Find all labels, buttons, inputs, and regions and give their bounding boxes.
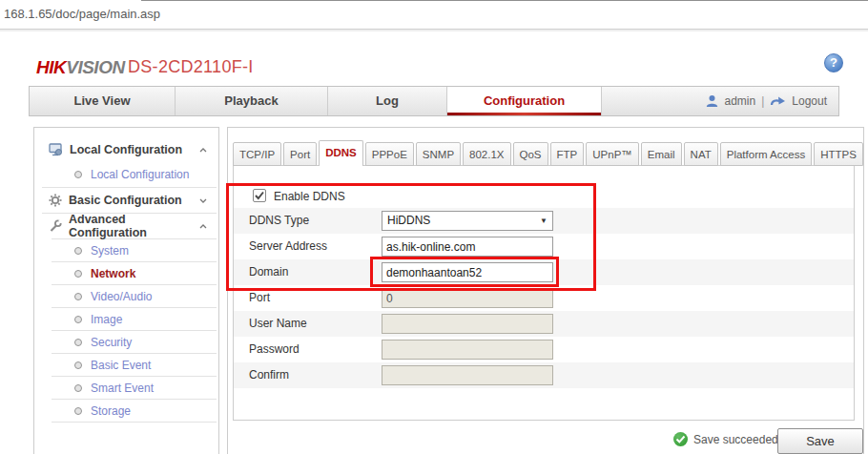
port-input [382,288,553,308]
logged-in-user: admin [724,94,755,108]
select-arrow-icon: ▼ [540,212,548,231]
field-label: Domain [249,259,288,285]
tab-port[interactable]: Port [283,142,317,166]
network-tab-strip: TCP/IPPortDDNSPPPoESNMP802.1XQoSFTPUPnP™… [233,140,865,166]
sidebar-item-video-audio[interactable]: Video/Audio [34,285,218,307]
tab-email[interactable]: Email [641,142,682,166]
user-name-input [382,314,553,334]
sidebar-group-basic-configuration[interactable]: Basic Configuration [34,188,218,213]
field-label: User Name [249,311,307,337]
checkmark-icon [254,190,265,201]
bullet-icon [74,293,82,300]
form-row-password: Password [234,337,854,362]
basic-configuration-icon [49,194,62,207]
sidebar-item-label: Security [91,336,132,349]
bullet-icon [74,339,82,346]
ddns-type-select[interactable]: HiDDNS ▼ [382,211,553,231]
sidebar-item-storage[interactable]: Storage [34,400,218,422]
sidebar: Local Configuration Local Configuration … [33,127,219,454]
field-label: Port [249,285,270,311]
tab-live-view[interactable]: Live View [30,87,176,115]
address-bar-url: 168.1.65/doc/page/main.asp [4,7,160,21]
form-row-port: Port [234,285,854,311]
advanced-configuration-icon [49,219,62,233]
browser-tab-edge [141,0,868,1]
address-bar-divider-shadow [0,30,868,31]
tab-ddns[interactable]: DDNS [319,140,363,166]
ddns-form: Enable DDNS DDNS Type HiDDNS ▼ Server Ad… [233,165,855,421]
sidebar-item-label: System [91,244,129,258]
enable-ddns-checkbox[interactable] [253,189,266,202]
bullet-icon [74,171,82,178]
bullet-icon [74,407,82,415]
tab-8021x[interactable]: 802.1X [463,142,510,166]
tab-pppoe[interactable]: PPPoE [365,142,414,166]
checkmark-icon [673,432,688,446]
logo-vision: VISION [66,57,124,77]
sidebar-item-basic-event[interactable]: Basic Event [34,354,218,376]
user-separator: | [761,94,764,108]
tab-snmp[interactable]: SNMP [416,142,461,166]
sidebar-item-label: Basic Event [91,359,151,372]
success-check-icon [673,432,688,446]
main-navbar: Live View Playback Log Configuration adm… [29,86,839,116]
sidebar-group-local-configuration[interactable]: Local Configuration [34,137,218,162]
form-row-user-name: User Name [234,311,854,337]
chevron-up-icon [199,148,207,153]
sidebar-item-system[interactable]: System [34,239,218,261]
field-label: DDNS Type [249,208,309,234]
tab-configuration[interactable]: Configuration [447,87,602,115]
tab-https[interactable]: HTTPS [814,142,863,166]
tab-ftp[interactable]: FTP [550,142,585,166]
tab-qos[interactable]: QoS [513,142,548,166]
form-row-domain: Domain [234,259,854,285]
form-row-confirm: Confirm [234,362,854,388]
password-input [382,340,553,360]
save-button[interactable]: Save [777,428,863,454]
server-address-input[interactable] [382,237,553,257]
bullet-icon [74,361,82,369]
sidebar-item-network[interactable]: Network [34,262,218,284]
sidebar-item-label: Network [91,267,135,280]
selected-value: HiDDNS [387,214,430,227]
tab-playback[interactable]: Playback [176,87,328,115]
hikvision-config-page: 168.1.65/doc/page/main.asp HIKVISION DS-… [0,0,868,454]
sidebar-group-label: Local Configuration [70,143,199,156]
content-panel: TCP/IPPortDDNSPPPoESNMP802.1XQoSFTPUPnP™… [227,127,864,454]
sidebar-item-label: Local Configuration [91,168,189,181]
bullet-icon [74,384,82,392]
confirm-input [382,365,553,385]
tab-log[interactable]: Log [328,87,447,115]
enable-ddns-row: Enable DDNS [234,185,854,208]
domain-input[interactable] [382,262,553,282]
form-row-server-address: Server Address [234,234,854,259]
field-label: Password [249,337,300,362]
sidebar-group-label: Basic Configuration [69,194,199,207]
help-icon[interactable]: ? [824,53,843,72]
sidebar-item-label: Storage [91,404,131,418]
bullet-icon [74,270,82,278]
sidebar-item-label: Smart Event [91,382,154,395]
tab-nat[interactable]: NAT [684,142,718,166]
logout-arrow-icon [770,95,786,107]
bullet-icon [74,316,82,323]
sidebar-item-image[interactable]: Image [34,308,218,330]
sidebar-group-advanced-configuration[interactable]: Advanced Configuration [34,214,218,238]
field-label: Server Address [249,234,327,259]
bullet-icon [74,247,82,255]
field-label: Confirm [249,362,289,388]
sidebar-item-label: Image [91,313,122,326]
tab-upnp[interactable]: UPnP™ [586,142,639,166]
tab-tcpip[interactable]: TCP/IP [233,142,281,166]
tab-platform-access[interactable]: Platform Access [720,142,812,166]
sidebar-item-label: Video/Audio [91,290,153,303]
hikvision-logo: HIKVISION [36,57,125,78]
sidebar-item-smart-event[interactable]: Smart Event [34,377,218,399]
logout-button[interactable]: Logout [792,94,827,108]
sidebar-item-local-configuration[interactable]: Local Configuration [34,162,218,187]
device-model: DS-2CD2110F-I [128,57,254,77]
save-status-text: Save succeeded. [693,433,781,446]
form-row-ddns-type: DDNS Type HiDDNS ▼ [234,208,854,234]
sidebar-item-security[interactable]: Security [34,331,218,353]
user-area: admin | Logout [706,87,838,115]
